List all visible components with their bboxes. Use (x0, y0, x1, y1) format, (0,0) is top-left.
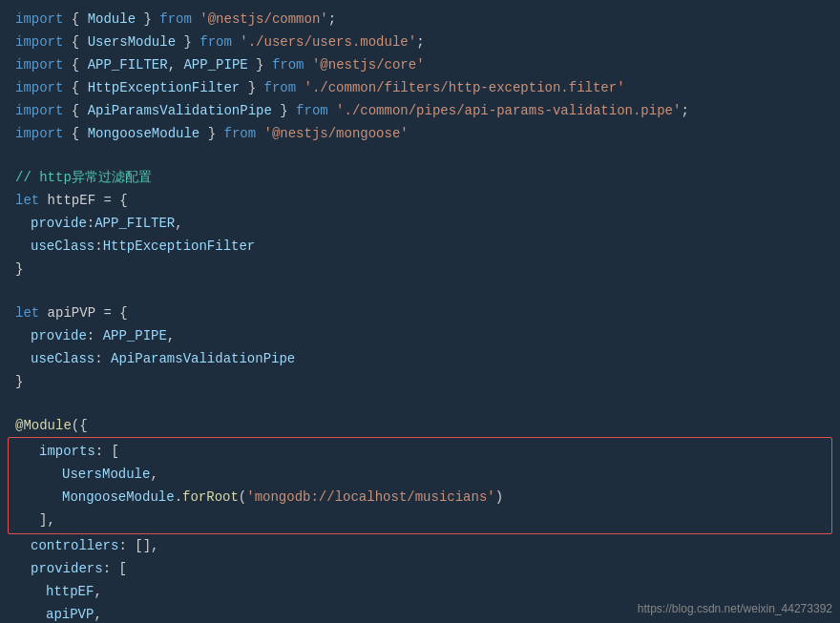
code-line: controllers : [], (0, 534, 840, 557)
code-line: import { APP_FILTER , APP_PIPE } from '@… (0, 53, 840, 76)
code-line: import { ApiParamsValidationPipe } from … (0, 99, 840, 122)
highlight-line: ], (16, 509, 824, 531)
code-line: } (0, 258, 840, 280)
code-line: import { HttpExceptionFilter } from './c… (0, 76, 840, 99)
code-line: providers : [ (0, 557, 840, 580)
code-line: httpEF , (0, 580, 840, 603)
highlight-line: MongooseModule . forRoot ( 'mongodb://lo… (16, 486, 824, 509)
code-line: } (0, 370, 840, 393)
keyword: import (15, 9, 63, 30)
code-line: let apiPVP = { (0, 301, 840, 324)
code-line: provide : APP_FILTER , (0, 212, 840, 235)
watermark: https://blog.csdn.net/weixin_44273392 (638, 602, 832, 615)
code-line: let httpEF = { (0, 189, 840, 212)
empty-line (0, 393, 840, 414)
code-line: useClass : HttpExceptionFilter (0, 235, 840, 258)
code-line: useClass : ApiParamsValidationPipe (0, 347, 840, 370)
empty-line (0, 280, 840, 301)
code-line: provide : APP_PIPE , (0, 324, 840, 347)
highlight-line: imports : [ (16, 440, 824, 463)
code-editor: import { Module } from '@nestjs/common' … (0, 0, 840, 623)
code-line: import { Module } from '@nestjs/common' … (0, 8, 840, 31)
code-line: import { UsersModule } from './users/use… (0, 31, 840, 53)
code-line: @Module ({ (0, 414, 840, 437)
code-line: // http异常过滤配置 (0, 166, 840, 189)
highlighted-block: imports : [ UsersModule , MongooseModule… (8, 437, 832, 534)
code-line: import { MongooseModule } from '@nestjs/… (0, 122, 840, 145)
highlight-line: UsersModule , (16, 463, 824, 486)
empty-line (0, 145, 840, 166)
